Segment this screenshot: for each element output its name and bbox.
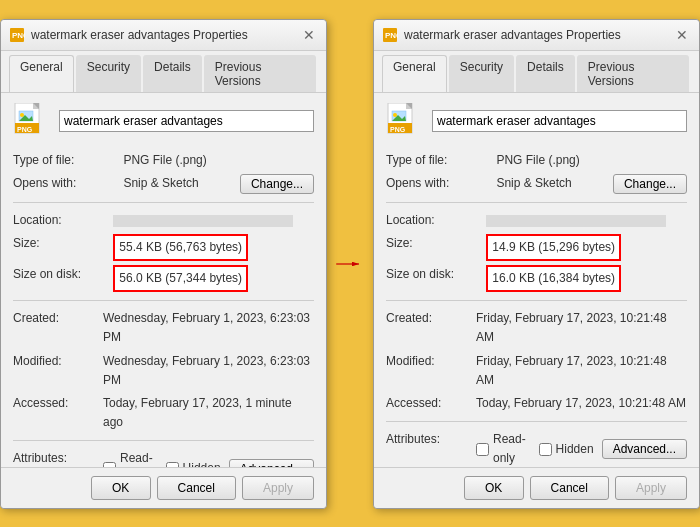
left-tab-security[interactable]: Security <box>76 55 141 92</box>
left-dialog: PNG watermark eraser advantages Properti… <box>0 19 327 509</box>
right-title-bar-left: PNG watermark eraser advantages Properti… <box>382 27 621 43</box>
right-title-icon: PNG <box>382 27 398 43</box>
left-attributes-row-inner: Read-only Hidden Advanced... <box>103 449 314 466</box>
left-file-name-input[interactable] <box>59 110 314 132</box>
left-tab-previous-versions[interactable]: Previous Versions <box>204 55 316 92</box>
left-accessed-row: Accessed: Today, February 17, 2023, 1 mi… <box>13 392 314 434</box>
right-hidden-checkbox[interactable] <box>539 443 552 456</box>
right-type-value: PNG File (.png) <box>496 149 687 172</box>
svg-text:PNG: PNG <box>390 126 406 133</box>
svg-text:PNG: PNG <box>17 126 33 133</box>
right-opens-with-value: Snip & Sketch <box>496 174 571 193</box>
right-accessed-row: Accessed: Today, February 17, 2023, 10:2… <box>386 392 687 415</box>
right-size-label: Size: <box>386 232 486 263</box>
right-hidden-text: Hidden <box>556 440 594 459</box>
right-size-on-disk-row: Size on disk: 16.0 KB (16,384 bytes) <box>386 263 687 294</box>
right-change-button[interactable]: Change... <box>613 174 687 194</box>
right-cancel-button[interactable]: Cancel <box>530 476 609 500</box>
left-tab-details[interactable]: Details <box>143 55 202 92</box>
right-dialog: PNG watermark eraser advantages Properti… <box>373 19 700 509</box>
right-content: PNG Type of file: PNG File (.png) Opens … <box>374 93 699 467</box>
left-change-button[interactable]: Change... <box>240 174 314 194</box>
right-file-icon: PNG <box>386 103 422 139</box>
right-divider3 <box>386 421 687 422</box>
left-divider1 <box>13 202 314 203</box>
right-tab-security[interactable]: Security <box>449 55 514 92</box>
left-opens-with-value: Snip & Sketch <box>123 174 198 193</box>
right-tab-previous-versions[interactable]: Previous Versions <box>577 55 689 92</box>
left-apply-button[interactable]: Apply <box>242 476 314 500</box>
left-close-button[interactable]: ✕ <box>300 26 318 44</box>
left-divider2 <box>13 300 314 301</box>
right-readonly-checkbox[interactable] <box>476 443 489 456</box>
svg-point-20 <box>393 113 397 117</box>
right-title-bar: PNG watermark eraser advantages Properti… <box>374 20 699 51</box>
svg-text:PNG: PNG <box>385 31 398 40</box>
left-footer: OK Cancel Apply <box>1 467 326 508</box>
left-attributes-row: Attributes: Read-only Hidden Advanced... <box>13 447 314 466</box>
left-size-value-cell: 55.4 KB (56,763 bytes) <box>113 232 314 263</box>
left-accessed-label: Accessed: <box>13 392 103 434</box>
right-size-value-cell: 14.9 KB (15,296 bytes) <box>486 232 687 263</box>
right-attributes-row: Attributes: Read-only Hidden Advanced... <box>386 428 687 466</box>
left-location-label: Location: <box>13 209 113 232</box>
right-opens-with-row: Opens with: Snip & Sketch Change... <box>386 172 687 196</box>
right-tab-general[interactable]: General <box>382 55 447 92</box>
right-advanced-button[interactable]: Advanced... <box>602 439 687 459</box>
right-size-value: 14.9 KB (15,296 bytes) <box>486 234 621 261</box>
right-apply-button[interactable]: Apply <box>615 476 687 500</box>
left-info-table: Type of file: PNG File (.png) Opens with… <box>13 149 314 196</box>
left-cancel-button[interactable]: Cancel <box>157 476 236 500</box>
right-dates-table: Created: Friday, February 17, 2023, 10:2… <box>386 307 687 415</box>
left-tab-general[interactable]: General <box>9 55 74 92</box>
right-readonly-label[interactable]: Read-only <box>476 430 531 466</box>
left-readonly-text: Read-only <box>120 449 158 466</box>
right-divider1 <box>386 202 687 203</box>
left-divider3 <box>13 440 314 441</box>
left-opens-with-row-inner: Snip & Sketch Change... <box>123 174 314 194</box>
right-readonly-text: Read-only <box>493 430 531 466</box>
left-modified-label: Modified: <box>13 350 103 392</box>
right-location-label: Location: <box>386 209 486 232</box>
right-divider2 <box>386 300 687 301</box>
right-size-on-disk-label: Size on disk: <box>386 263 486 294</box>
left-size-on-disk-value-cell: 56.0 KB (57,344 bytes) <box>113 263 314 294</box>
right-ok-button[interactable]: OK <box>464 476 524 500</box>
left-hidden-text: Hidden <box>183 459 221 467</box>
left-ok-button[interactable]: OK <box>91 476 151 500</box>
arrow-container <box>335 249 365 279</box>
left-size-value: 55.4 KB (56,763 bytes) <box>113 234 248 261</box>
right-size-on-disk-value: 16.0 KB (16,384 bytes) <box>486 265 621 292</box>
left-size-on-disk-row: Size on disk: 56.0 KB (57,344 bytes) <box>13 263 314 294</box>
left-location-value <box>113 209 314 232</box>
left-attributes-table: Attributes: Read-only Hidden Advanced... <box>13 447 314 466</box>
left-hidden-label[interactable]: Hidden <box>166 459 221 467</box>
left-advanced-button[interactable]: Advanced... <box>229 459 314 467</box>
left-size-on-disk-label: Size on disk: <box>13 263 113 294</box>
right-file-name-input[interactable] <box>432 110 687 132</box>
right-location-table: Location: Size: 14.9 KB (15,296 bytes) S… <box>386 209 687 295</box>
comparison-arrow-icon <box>335 249 365 279</box>
left-size-on-disk-value: 56.0 KB (57,344 bytes) <box>113 265 248 292</box>
left-opens-with-row: Opens with: Snip & Sketch Change... <box>13 172 314 196</box>
left-modified-value: Wednesday, February 1, 2023, 6:23:03 PM <box>103 350 314 392</box>
left-readonly-checkbox[interactable] <box>103 462 116 466</box>
right-type-label: Type of file: <box>386 149 496 172</box>
right-tabs: General Security Details Previous Versio… <box>374 51 699 93</box>
right-close-button[interactable]: ✕ <box>673 26 691 44</box>
right-footer: OK Cancel Apply <box>374 467 699 508</box>
svg-point-8 <box>20 113 24 117</box>
right-attributes-cell: Read-only Hidden Advanced... <box>476 428 687 466</box>
left-hidden-checkbox[interactable] <box>166 462 179 466</box>
left-type-value: PNG File (.png) <box>123 149 314 172</box>
right-opens-with-cell: Snip & Sketch Change... <box>496 172 687 196</box>
left-readonly-label[interactable]: Read-only <box>103 449 158 466</box>
right-tab-details[interactable]: Details <box>516 55 575 92</box>
left-size-label: Size: <box>13 232 113 263</box>
right-location-row: Location: <box>386 209 687 232</box>
right-attributes-table: Attributes: Read-only Hidden Advanced... <box>386 428 687 466</box>
right-hidden-label[interactable]: Hidden <box>539 440 594 459</box>
right-modified-value: Friday, February 17, 2023, 10:21:48 AM <box>476 350 687 392</box>
right-accessed-label: Accessed: <box>386 392 476 415</box>
right-accessed-value: Today, February 17, 2023, 10:21:48 AM <box>476 392 687 415</box>
